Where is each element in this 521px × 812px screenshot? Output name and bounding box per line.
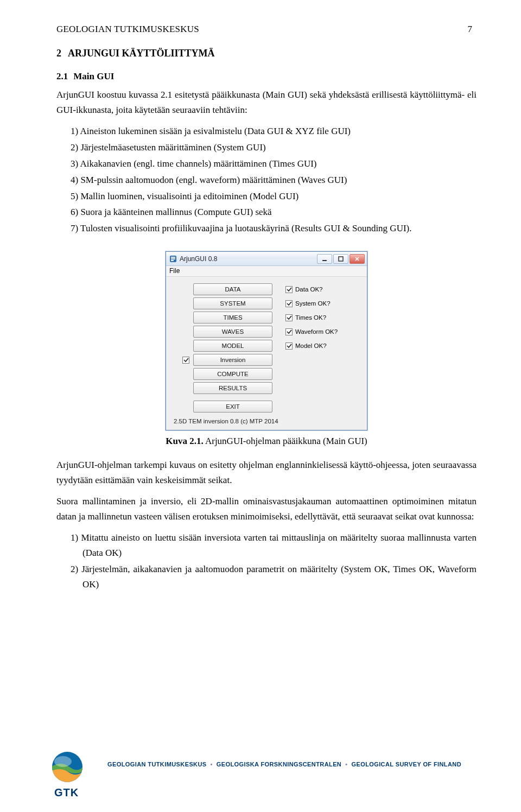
- menu-file[interactable]: File: [169, 267, 180, 275]
- waveform-ok-checkbox[interactable]: [285, 328, 293, 335]
- svg-rect-4: [322, 260, 327, 261]
- data-ok-checkbox[interactable]: [285, 286, 293, 293]
- body-paragraph: Suora mallintaminen ja inversio, eli 2D-…: [56, 494, 476, 524]
- body-paragraph: ArjunGUI-ohjelman tarkempi kuvaus on esi…: [56, 458, 476, 487]
- figure-caption-num: Kuva 2.1.: [166, 436, 203, 446]
- figure-caption-text: ArjunGUI-ohjelman pääikkuna (Main GUI): [204, 436, 367, 446]
- close-button[interactable]: [350, 254, 365, 264]
- feature-list: 1) Aineiston lukeminen sisään ja esivalm…: [56, 124, 476, 236]
- app-window: ArjunGUI 0.8 File DATA Data OK? SY: [166, 251, 367, 430]
- data-ok-label: Data OK?: [295, 286, 323, 293]
- compute-button[interactable]: COMPUTE: [193, 368, 272, 380]
- system-button[interactable]: SYSTEM: [193, 297, 272, 309]
- waveform-ok-label: Waveform OK?: [295, 328, 338, 335]
- figure-caption: Kuva 2.1. ArjunGUI-ohjelman pääikkuna (M…: [56, 436, 476, 447]
- list-item: 5) Mallin luominen, visualisointi ja edi…: [71, 189, 476, 204]
- list-item: 1) Aineiston lukeminen sisään ja esivalm…: [71, 124, 476, 139]
- list-item: 2) Järjestelmän, aikakanavien ja aaltomu…: [71, 562, 476, 592]
- inversion-checkbox[interactable]: [182, 357, 189, 364]
- model-ok-checkbox[interactable]: [285, 342, 293, 350]
- list-item: 3) Aikakanavien (engl. time channels) mä…: [71, 156, 476, 172]
- list-item: 6) Suora ja käänteinen mallinnus (Comput…: [71, 205, 476, 220]
- waves-button[interactable]: WAVES: [193, 326, 272, 338]
- system-ok-label: System OK?: [295, 300, 331, 307]
- list-item: 1) Mitattu aineisto on luettu sisään inv…: [71, 530, 476, 561]
- minimize-button[interactable]: [317, 254, 332, 264]
- globe-icon: [51, 751, 84, 783]
- subsection-number: 2.1: [56, 71, 68, 81]
- subsection-heading: 2.1Main GUI: [56, 71, 476, 82]
- page-footer: GEOLOGIAN TUTKIMUSKESKUS • GEOLOGISKA FO…: [0, 741, 521, 812]
- list-item: 4) SM-pulssin aaltomuodon (engl. wavefor…: [71, 173, 476, 188]
- times-ok-label: Times OK?: [295, 314, 326, 321]
- times-button[interactable]: TIMES: [193, 312, 272, 323]
- intro-paragraph: ArjunGUI koostuu kuvassa 2.1 esitetystä …: [56, 87, 476, 117]
- svg-rect-3: [171, 260, 174, 261]
- bullet-icon: •: [211, 761, 213, 767]
- page-number: 7: [468, 24, 473, 35]
- exit-button[interactable]: EXIT: [193, 401, 272, 413]
- results-button[interactable]: RESULTS: [193, 382, 272, 394]
- status-line: 2.5D TEM inversion 0.8 (c) MTP 2014: [174, 418, 359, 424]
- titlebar[interactable]: ArjunGUI 0.8: [166, 252, 367, 266]
- section-heading: 2ARJUNGUI KÄYTTÖLIITTYMÄ: [56, 48, 476, 59]
- svg-rect-2: [171, 258, 175, 259]
- app-icon: [169, 255, 177, 263]
- svg-rect-5: [339, 257, 343, 261]
- window-title: ArjunGUI 0.8: [180, 255, 317, 263]
- section-title: ARJUNGUI KÄYTTÖLIITTYMÄ: [68, 48, 215, 59]
- section-number: 2: [56, 48, 61, 59]
- data-button[interactable]: DATA: [193, 283, 272, 295]
- footer-org-bar: GEOLOGIAN TUTKIMUSKESKUS • GEOLOGISKA FO…: [107, 761, 461, 767]
- list-item: 7) Tulosten visualisointi profiilikuvaaj…: [71, 221, 476, 236]
- svg-rect-1: [171, 257, 175, 258]
- footer-fi: GEOLOGIAN TUTKIMUSKESKUS: [107, 761, 207, 767]
- footer-en: GEOLOGICAL SURVEY OF FINLAND: [351, 761, 461, 767]
- subsection-title: Main GUI: [73, 71, 114, 81]
- requirements-list: 1) Mitattu aineisto on luettu sisään inv…: [56, 530, 476, 592]
- svg-point-8: [54, 756, 72, 767]
- maximize-button[interactable]: [333, 254, 348, 264]
- list-item: 2) Järjestelmäasetusten määrittäminen (S…: [71, 140, 476, 155]
- model-button[interactable]: MODEL: [193, 340, 272, 352]
- times-ok-checkbox[interactable]: [285, 314, 293, 321]
- model-ok-label: Model OK?: [295, 342, 327, 349]
- page-header: GEOLOGIAN TUTKIMUSKESKUS: [56, 24, 476, 35]
- system-ok-checkbox[interactable]: [285, 300, 293, 307]
- inversion-button[interactable]: Inversion: [193, 354, 272, 366]
- footer-sv: GEOLOGISKA FORSKNINGSCENTRALEN: [217, 761, 341, 767]
- gtk-logo: GTK: [51, 751, 99, 799]
- menubar: File: [166, 266, 367, 277]
- bullet-icon: •: [345, 761, 347, 767]
- gtk-logo-text: GTK: [54, 786, 99, 799]
